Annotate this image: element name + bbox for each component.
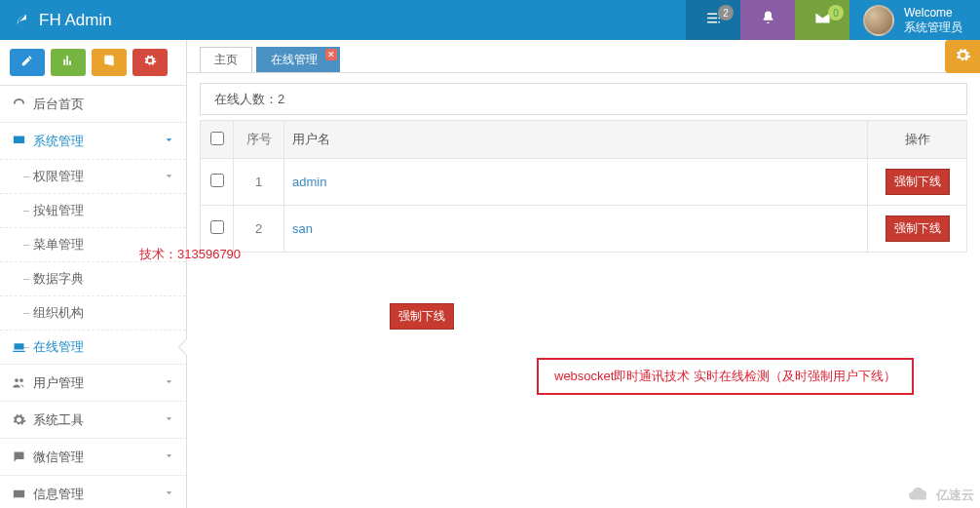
chevron-down-icon — [164, 449, 174, 464]
nav-wechat-label: 微信管理 — [33, 449, 84, 466]
tab-online-label: 在线管理 — [271, 52, 318, 68]
nav-info-label: 信息管理 — [33, 486, 84, 503]
row-checkbox[interactable] — [210, 220, 224, 234]
row-idx: 2 — [234, 206, 284, 253]
chevron-down-icon — [164, 412, 174, 427]
brand[interactable]: FH Admin — [0, 9, 112, 31]
nav-auth-label: 权限管理 — [33, 168, 84, 185]
welcome-block[interactable]: Welcome 系统管理员 — [904, 6, 980, 34]
users-icon — [12, 375, 33, 390]
tool-chart[interactable] — [51, 49, 86, 76]
tool-book[interactable] — [92, 49, 127, 76]
gear-icon — [143, 54, 157, 71]
tasks-button[interactable]: 2 — [686, 0, 740, 40]
chevron-down-icon — [164, 487, 174, 501]
nav-dict[interactable]: 数据字典 — [0, 261, 186, 295]
col-op: 操作 — [868, 121, 967, 159]
nav-home-label: 后台首页 — [33, 96, 84, 113]
nav-auth[interactable]: 权限管理 — [0, 159, 186, 193]
online-count-value: 2 — [278, 92, 284, 106]
force-offline-button[interactable]: 强制下线 — [886, 169, 950, 195]
nav-user-label: 用户管理 — [33, 374, 84, 392]
topbar: FH Admin 2 0 Welcome 系统管理员 — [0, 0, 980, 40]
force-offline-button[interactable]: 强制下线 — [886, 215, 950, 242]
select-all-checkbox[interactable] — [210, 132, 224, 145]
nav-system-label: 系统管理 — [33, 133, 84, 150]
row-checkbox[interactable] — [210, 174, 224, 187]
cloud-icon — [907, 486, 932, 504]
user-link[interactable]: admin — [292, 175, 326, 189]
row-idx: 1 — [234, 159, 284, 206]
monitor-icon — [12, 134, 33, 148]
tab-home[interactable]: 主页 — [200, 47, 252, 72]
col-user: 用户名 — [284, 121, 868, 159]
welcome-user: 系统管理员 — [904, 20, 962, 34]
card-icon — [12, 487, 33, 501]
sidebar-toolbar — [0, 40, 186, 85]
nav-org-label: 组织机构 — [33, 304, 84, 322]
tabs: 主页 在线管理 ✕ — [187, 40, 980, 73]
watermark: 亿速云 — [907, 486, 974, 504]
close-icon[interactable]: ✕ — [325, 49, 337, 60]
nav-home[interactable]: 后台首页 — [0, 85, 186, 122]
nav-menu-label: 菜单管理 — [33, 236, 84, 254]
user-table: 序号 用户名 操作 1 admin 强制下线 2 san 强制下线 — [200, 120, 967, 253]
nav-dict-label: 数据字典 — [33, 270, 84, 288]
nav-online-label: 在线管理 — [33, 338, 84, 356]
mail-badge: 0 — [828, 5, 844, 20]
gear-icon — [955, 47, 971, 67]
col-idx: 序号 — [234, 121, 284, 159]
nav-online[interactable]: 在线管理 — [0, 330, 186, 364]
nav-org[interactable]: 组织机构 — [0, 295, 186, 330]
brand-text: FH Admin — [39, 11, 112, 30]
tool-edit[interactable] — [10, 49, 45, 76]
nav-user[interactable]: 用户管理 — [0, 364, 186, 401]
nav-system[interactable]: 系统管理 — [0, 122, 186, 159]
book-icon — [102, 54, 116, 71]
tool-settings[interactable] — [132, 49, 168, 76]
leaf-icon — [14, 9, 31, 31]
chevron-down-icon — [164, 134, 174, 148]
online-count-label: 在线人数： — [214, 91, 278, 108]
bulk-force-offline-button[interactable]: 强制下线 — [390, 303, 454, 330]
pencil-icon — [20, 54, 34, 71]
sidebar: 后台首页 系统管理 权限管理 按钮管理 菜单管理 数据字典 组织机构 在线管理 — [0, 40, 187, 508]
chart-icon — [61, 54, 75, 71]
avatar[interactable] — [863, 5, 894, 36]
tab-online[interactable]: 在线管理 ✕ — [256, 47, 340, 72]
welcome-label: Welcome — [904, 6, 962, 20]
nav-btn-label: 按钮管理 — [33, 202, 84, 219]
content: 主页 在线管理 ✕ 在线人数： 2 序号 用户名 操作 — [187, 40, 980, 508]
notifications-button[interactable] — [740, 0, 795, 40]
chevron-down-icon — [164, 375, 174, 390]
bell-icon — [760, 10, 776, 30]
table-row: 2 san 强制下线 — [201, 206, 967, 253]
nav-btn[interactable]: 按钮管理 — [0, 193, 186, 227]
tasks-badge: 2 — [718, 5, 734, 20]
user-link[interactable]: san — [292, 221, 313, 236]
tech-overlay-label: 技术：313596790 — [139, 246, 241, 263]
table-row: 1 admin 强制下线 — [201, 159, 967, 206]
nav-tool-label: 系统工具 — [33, 411, 84, 429]
mail-button[interactable]: 0 — [795, 0, 849, 40]
online-count-bar: 在线人数： 2 — [200, 83, 967, 115]
tab-home-label: 主页 — [214, 52, 238, 68]
settings-drawer-toggle[interactable] — [945, 40, 980, 73]
nav-info[interactable]: 信息管理 — [0, 475, 186, 508]
nav-wechat[interactable]: 微信管理 — [0, 438, 186, 475]
laptop-icon — [12, 340, 26, 355]
watermark-text: 亿速云 — [936, 487, 974, 504]
nav-tool[interactable]: 系统工具 — [0, 401, 186, 438]
info-callout: websocket即时通讯技术 实时在线检测（及时强制用户下线） — [537, 358, 914, 395]
dashboard-icon — [12, 97, 33, 111]
gear-icon — [12, 412, 33, 427]
chat-icon — [12, 449, 33, 464]
chevron-down-icon — [164, 170, 174, 184]
